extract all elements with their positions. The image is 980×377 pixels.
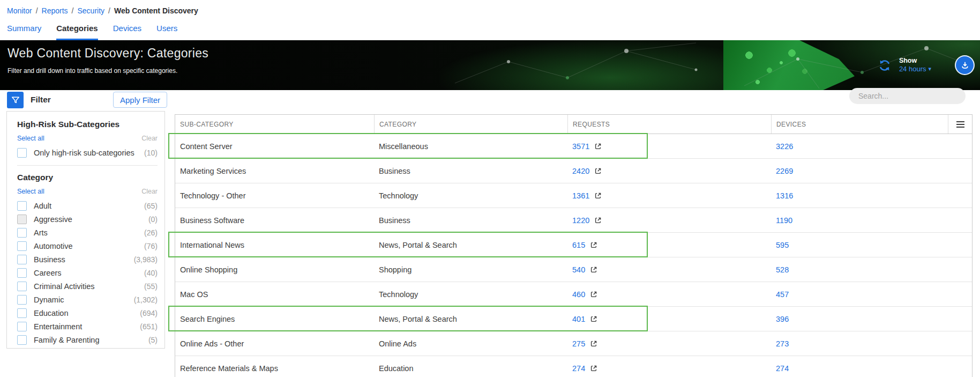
category-cell: News, Portal & Search — [374, 307, 567, 331]
requests-link[interactable]: 275 — [572, 339, 585, 348]
devices-link[interactable]: 273 — [776, 339, 789, 348]
tab[interactable]: Users — [156, 24, 177, 41]
column-header-category[interactable]: CATEGORY — [374, 115, 567, 134]
category-option[interactable]: Criminal Activities (55) — [17, 279, 158, 293]
requests-link[interactable]: 401 — [572, 315, 585, 323]
category-select-all-link[interactable]: Select all — [17, 188, 44, 195]
external-link-icon[interactable] — [589, 339, 598, 348]
sub-category-cell: Mac OS — [175, 282, 374, 306]
breadcrumb-link[interactable]: Reports — [42, 6, 68, 15]
download-button[interactable] — [955, 55, 975, 75]
breadcrumb-link[interactable]: Security — [78, 6, 105, 15]
devices-link[interactable]: 2269 — [776, 167, 793, 175]
devices-link[interactable]: 528 — [776, 265, 789, 274]
checkbox[interactable] — [17, 228, 27, 238]
category-option[interactable]: Business (3,983) — [17, 253, 158, 266]
category-clear-link[interactable]: Clear — [141, 188, 158, 195]
category-cell: Shopping — [374, 257, 567, 282]
time-range-value: 24 hours — [899, 65, 926, 73]
checkbox[interactable] — [17, 215, 27, 224]
devices-link[interactable]: 595 — [776, 241, 789, 249]
checkbox[interactable] — [17, 322, 27, 331]
category-option[interactable]: Education (694) — [17, 306, 158, 320]
requests-link[interactable]: 1361 — [572, 191, 589, 200]
checkbox[interactable] — [17, 335, 27, 345]
requests-link[interactable]: 274 — [572, 364, 585, 373]
category-option[interactable]: Dynamic (1,302) — [17, 293, 158, 306]
requests-link[interactable]: 540 — [572, 265, 585, 274]
devices-link[interactable]: 3226 — [776, 142, 793, 151]
external-link-icon[interactable] — [589, 290, 598, 299]
category-option[interactable]: Family & Parenting (5) — [17, 333, 158, 346]
devices-link[interactable]: 274 — [776, 364, 789, 373]
external-link-icon[interactable] — [594, 216, 602, 225]
table-row: Search Engines News, Portal & Search 401 — [175, 306, 972, 331]
checkbox[interactable] — [17, 255, 27, 264]
requests-link[interactable]: 615 — [572, 241, 585, 249]
category-option[interactable]: Automotive (76) — [17, 239, 158, 253]
category-option[interactable]: Careers (40) — [17, 266, 158, 279]
external-link-icon[interactable] — [594, 142, 602, 151]
high-risk-clear-link[interactable]: Clear — [141, 135, 158, 142]
refresh-icon[interactable] — [878, 58, 892, 72]
category-option-count: (65) — [144, 202, 158, 210]
breadcrumb: Monitor / Reports / Security / Web Conte… — [7, 6, 198, 15]
high-risk-select-all-link[interactable]: Select all — [17, 135, 44, 142]
external-link-icon[interactable] — [589, 315, 598, 323]
requests-link[interactable]: 2420 — [572, 167, 589, 175]
filter-funnel-icon — [10, 95, 21, 106]
devices-link[interactable]: 1190 — [776, 216, 792, 225]
column-header-devices[interactable]: DEVICES — [771, 115, 948, 134]
search-input[interactable] — [849, 88, 966, 104]
requests-link[interactable]: 3571 — [572, 142, 589, 151]
checkbox[interactable] — [17, 282, 27, 291]
column-header-sub-category[interactable]: SUB-CATEGORY — [175, 115, 374, 134]
checkbox[interactable] — [17, 148, 27, 158]
row-menu-cell — [948, 356, 972, 377]
breadcrumb-link[interactable]: Monitor — [7, 6, 32, 15]
requests-link[interactable]: 460 — [572, 290, 585, 299]
row-menu-cell — [948, 282, 972, 306]
column-header-requests[interactable]: REQUESTS — [567, 115, 771, 134]
category-cell: Online Ads — [374, 331, 567, 356]
category-option[interactable]: Arts (26) — [17, 226, 158, 239]
tab[interactable]: Devices — [113, 24, 141, 41]
devices-cell: 595 — [771, 233, 948, 257]
external-link-icon[interactable] — [594, 191, 602, 200]
row-menu-cell — [948, 307, 972, 331]
requests-link[interactable]: 1220 — [572, 216, 589, 225]
tab[interactable]: Categories — [56, 24, 98, 41]
category-option[interactable]: Entertainment (651) — [17, 320, 158, 333]
high-risk-option-count: (10) — [144, 149, 158, 157]
checkbox[interactable] — [17, 201, 27, 211]
filter-bar: Filter Apply Filter — [0, 90, 980, 111]
external-link-icon[interactable] — [594, 167, 602, 175]
checkbox[interactable] — [17, 308, 27, 318]
external-link-icon[interactable] — [589, 265, 598, 274]
devices-link[interactable]: 1316 — [776, 191, 793, 200]
sub-category-cell: International News — [175, 233, 374, 257]
high-risk-option[interactable]: Only high-risk sub-categories (10) — [17, 146, 158, 159]
external-link-icon[interactable] — [589, 364, 598, 373]
requests-cell: 401 — [567, 307, 771, 331]
filter-toggle-button[interactable] — [7, 92, 24, 108]
apply-filter-button[interactable]: Apply Filter — [113, 92, 167, 108]
web-content-discovery-page: Monitor / Reports / Security / Web Conte… — [0, 0, 980, 377]
category-option-count: (1,302) — [134, 295, 158, 304]
category-option[interactable]: Adult (65) — [17, 199, 158, 212]
category-option-count: (76) — [144, 242, 158, 250]
table-row: Reference Materials & Maps Education 274 — [175, 356, 972, 377]
checkbox[interactable] — [17, 268, 27, 278]
devices-link[interactable]: 396 — [776, 315, 789, 323]
checkbox[interactable] — [17, 241, 27, 251]
requests-cell: 274 — [567, 356, 771, 377]
time-range-dropdown[interactable]: 24 hours ▾ — [899, 65, 931, 73]
tab[interactable]: Summary — [7, 24, 41, 41]
external-link-icon[interactable] — [589, 241, 598, 249]
devices-link[interactable]: 457 — [776, 290, 789, 299]
category-option-label: Adult — [34, 202, 51, 210]
category-option[interactable]: Aggressive (0) — [17, 212, 158, 226]
table-menu-button[interactable] — [948, 115, 972, 134]
checkbox[interactable] — [17, 295, 27, 305]
page-title: Web Content Discovery: Categories — [8, 46, 208, 61]
